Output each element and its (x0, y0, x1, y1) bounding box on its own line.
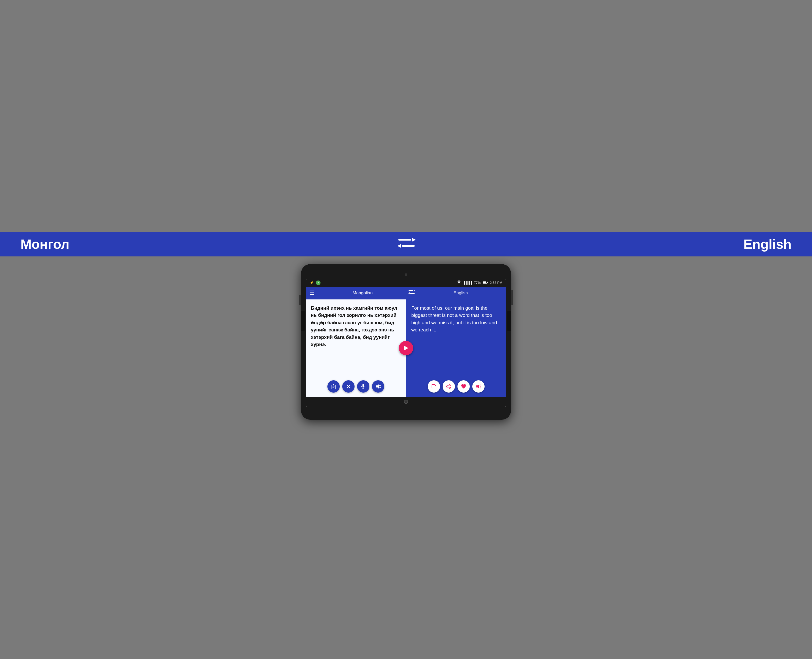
status-right: ▐▐▐▐ 77% 2:53 PM (457, 281, 502, 285)
share-button[interactable] (443, 380, 455, 393)
svg-rect-9 (410, 293, 415, 294)
copy-button[interactable] (428, 380, 440, 393)
target-panel: For most of us, our main goal is the big… (406, 300, 507, 397)
svg-rect-6 (483, 282, 486, 283)
svg-marker-1 (412, 238, 416, 241)
svg-rect-0 (398, 239, 411, 241)
wifi-icon (457, 281, 461, 285)
status-bar: ⚡ ● ▐▐▐▐ 77% (306, 279, 506, 287)
favorite-button[interactable] (457, 380, 470, 393)
banner-source-lang: Монгол (20, 236, 69, 252)
svg-marker-11 (404, 346, 408, 350)
header-swap-button[interactable] (408, 290, 415, 296)
svg-marker-8 (414, 290, 415, 292)
target-speaker-button[interactable] (472, 380, 485, 393)
status-left: ⚡ ● (310, 281, 320, 285)
tablet-shell: ⚡ ● ▐▐▐▐ 77% (301, 264, 511, 420)
svg-rect-7 (408, 290, 413, 291)
svg-rect-19 (363, 384, 364, 387)
clear-button[interactable] (342, 380, 355, 393)
clipboard-button[interactable] (327, 380, 340, 393)
svg-line-29 (448, 387, 449, 388)
svg-rect-24 (432, 385, 435, 388)
translate-button-container (399, 341, 413, 355)
tablet-screen: ⚡ ● ▐▐▐▐ 77% (306, 279, 506, 407)
svg-point-26 (449, 388, 451, 389)
translate-button[interactable] (399, 341, 413, 355)
microphone-button[interactable] (357, 380, 369, 393)
notification-icon: ● (316, 281, 320, 285)
home-button[interactable] (404, 400, 408, 404)
bottom-bar (306, 397, 506, 407)
svg-rect-13 (333, 384, 334, 385)
svg-marker-22 (376, 384, 379, 389)
banner-swap-icon (397, 238, 416, 251)
svg-point-25 (449, 384, 451, 385)
target-actions (412, 380, 501, 393)
top-banner: Монгол English (0, 232, 812, 257)
source-text[interactable]: Бидний ихэнх нь хамгийн том аюул нь бидн… (311, 304, 401, 376)
banner-target-lang: English (743, 236, 792, 252)
usb-icon: ⚡ (310, 281, 314, 285)
svg-line-28 (448, 385, 449, 386)
time-display: 2:53 PM (490, 281, 502, 285)
svg-marker-10 (408, 292, 410, 294)
svg-marker-30 (476, 384, 479, 389)
svg-rect-5 (487, 282, 488, 283)
source-speaker-button[interactable] (372, 380, 384, 393)
target-text[interactable]: For most of us, our main goal is the big… (412, 304, 501, 376)
source-actions (311, 380, 401, 393)
volume-button[interactable] (299, 295, 301, 305)
header-source-lang[interactable]: Mongolian (321, 290, 404, 296)
battery-percent: 77% (474, 281, 481, 285)
battery-icon (483, 281, 488, 285)
menu-button[interactable]: ☰ (310, 290, 315, 296)
svg-rect-2 (402, 245, 415, 247)
translation-area: Бидний ихэнх нь хамгийн том аюул нь бидн… (306, 300, 506, 397)
source-panel: Бидний ихэнх нь хамгийн том аюул нь бидн… (306, 300, 406, 397)
signal-icon: ▐▐▐▐ (464, 281, 472, 285)
speaker-right (508, 311, 511, 331)
header-target-lang[interactable]: English (419, 290, 502, 296)
power-button[interactable] (511, 290, 513, 305)
svg-marker-3 (397, 244, 401, 248)
camera-lens (405, 273, 407, 276)
svg-point-27 (446, 386, 448, 387)
speaker-left (301, 311, 304, 331)
app-header: ☰ Mongolian English (306, 287, 506, 300)
camera-bar (306, 273, 506, 276)
